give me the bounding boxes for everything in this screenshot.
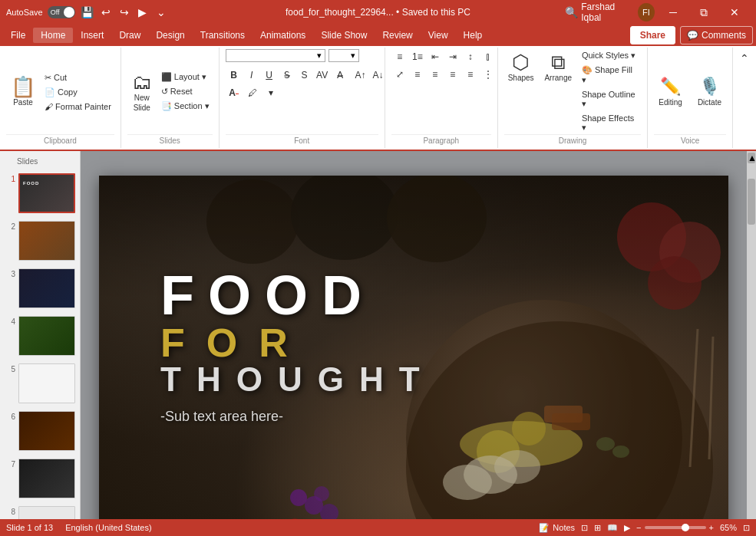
format-painter-button[interactable]: 🖌 Format Painter <box>41 100 114 113</box>
menu-view[interactable]: View <box>421 28 456 43</box>
zoom-in-button[interactable]: + <box>709 523 714 532</box>
drawing-sub: Quick Styles ▾ 🎨 Shape Fill ▾ Shape Outl… <box>579 49 641 134</box>
shapes-button[interactable]: ⬡ Shapes <box>504 49 538 85</box>
right-scrollbar[interactable]: ▲ ▼ <box>747 151 756 536</box>
columns-button[interactable]: ⫿ <box>480 49 497 64</box>
quick-styles-button[interactable]: Quick Styles ▾ <box>579 49 641 62</box>
underline-button[interactable]: U <box>261 67 278 83</box>
font-dropdown-small[interactable]: ▾ <box>262 85 279 100</box>
font-group: ▾ ▾ B I U S̶ S AV A̶ A↑ A↓ <box>220 48 385 148</box>
slide-thumb-1[interactable]: 1 FOOD <box>3 172 77 215</box>
line-spacing-button[interactable]: ↕ <box>462 49 479 64</box>
align-left-button[interactable]: ≡ <box>409 67 426 82</box>
customize-icon[interactable]: ⌄ <box>154 5 169 20</box>
copy-button[interactable]: 📄 Copy <box>41 86 114 99</box>
reset-button[interactable]: ↺ Reset <box>158 85 213 98</box>
svg-point-25 <box>596 437 615 451</box>
autosave-knob <box>64 7 74 18</box>
font-name-dropdown[interactable]: ▾ <box>226 49 325 62</box>
smart-art-button[interactable]: ⋮ <box>480 67 497 82</box>
slide-num-7: 7 <box>5 459 15 469</box>
slide-title-thought: THOUGHT <box>160 363 575 396</box>
editing-button[interactable]: ✏️ Editing <box>654 75 687 108</box>
font-size-inc-button[interactable]: A↑ <box>352 67 369 83</box>
menu-insert[interactable]: Insert <box>73 28 111 43</box>
clear-formatting-button[interactable]: A̶ <box>332 67 348 83</box>
slide-thumb-7[interactable]: 7 <box>3 457 77 500</box>
decrease-indent-button[interactable]: ⇤ <box>427 49 444 64</box>
strikethrough-button[interactable]: S̶ <box>279 67 295 83</box>
center-button[interactable]: ≡ <box>427 67 444 82</box>
slide-thumb-5[interactable]: 5 <box>3 362 77 405</box>
bullets-button[interactable]: ≡ <box>391 49 408 64</box>
paste-button[interactable]: 📋 Paste <box>6 74 40 110</box>
zoom-out-button[interactable]: − <box>636 523 641 532</box>
save-icon[interactable]: 💾 <box>80 5 95 20</box>
share-button[interactable]: Share <box>630 26 675 44</box>
menu-transitions[interactable]: Transitions <box>193 28 253 43</box>
avatar: FI <box>638 3 655 21</box>
view-reading-button[interactable]: 📖 <box>607 523 618 533</box>
menu-home[interactable]: Home <box>33 28 73 43</box>
arrange-button[interactable]: ⧉ Arrange <box>541 49 576 85</box>
menu-draw[interactable]: Draw <box>111 28 148 43</box>
slide-title-for: FOR <box>160 323 575 363</box>
bold-button[interactable]: B <box>226 67 243 83</box>
shape-outline-button[interactable]: Shape Outline ▾ <box>579 88 641 110</box>
italic-button[interactable]: I <box>243 67 260 83</box>
shadow-button[interactable]: S <box>296 67 313 83</box>
text-direction-button[interactable]: ⤢ <box>391 67 408 82</box>
svg-point-1 <box>291 176 398 260</box>
view-slideshow-button[interactable]: ▶ <box>624 523 630 533</box>
fit-slide-button[interactable]: ⊡ <box>743 523 750 533</box>
scrollbar-thumb[interactable] <box>748 179 755 225</box>
minimize-button[interactable]: ─ <box>658 0 688 25</box>
menu-animations[interactable]: Animations <box>253 28 313 43</box>
slide-thumb-3[interactable]: 3 <box>3 267 77 310</box>
font-size-dropdown[interactable]: ▾ <box>328 49 359 62</box>
highlight-button[interactable]: 🖊 <box>244 85 261 100</box>
char-spacing-button[interactable]: AV <box>314 67 331 83</box>
close-button[interactable]: ✕ <box>719 0 750 25</box>
autosave-toggle[interactable]: Off <box>48 6 75 18</box>
align-right-button[interactable]: ≡ <box>444 67 461 82</box>
dictate-button[interactable]: 🎙️ Dictate <box>693 75 726 108</box>
autosave-state: Off <box>51 8 60 16</box>
slide-canvas[interactable]: FOOD FOR THOUGHT -Sub text area here- <box>99 176 728 530</box>
collapse-ribbon-button[interactable]: ⌃ <box>736 51 753 66</box>
search-icon[interactable]: 🔍 <box>564 5 579 20</box>
redo-icon[interactable]: ↪ <box>117 5 132 20</box>
zoom-slider[interactable] <box>645 526 706 529</box>
cut-button[interactable]: ✂ Cut <box>41 71 114 84</box>
layout-button[interactable]: ⬛ Layout ▾ <box>158 71 213 84</box>
notes-button[interactable]: 📝 Notes <box>539 523 575 533</box>
ribbon-content: 📋 Paste ✂ Cut 📄 Copy 🖌 Format Painter Cl… <box>0 46 756 150</box>
svg-point-22 <box>443 465 492 500</box>
menu-review[interactable]: Review <box>375 28 420 43</box>
undo-icon[interactable]: ↩ <box>98 5 114 20</box>
menu-design[interactable]: Design <box>148 28 192 43</box>
slide-thumb-4[interactable]: 4 <box>3 314 77 357</box>
slide-img-3 <box>18 268 75 308</box>
shape-effects-button[interactable]: Shape Effects ▾ <box>579 112 641 134</box>
menu-help[interactable]: Help <box>456 28 490 43</box>
justify-button[interactable]: ≡ <box>462 67 479 82</box>
font-color-button[interactable]: A▬ <box>226 85 243 100</box>
increase-indent-button[interactable]: ⇥ <box>444 49 461 64</box>
scroll-up-button[interactable]: ▲ <box>748 153 755 163</box>
slide-thumb-2[interactable]: 2 <box>3 219 77 262</box>
shape-fill-button[interactable]: 🎨 Shape Fill ▾ <box>579 64 641 87</box>
restore-button[interactable]: ⧉ <box>688 0 719 25</box>
new-slide-button[interactable]: 🗂 New Slide <box>127 69 157 115</box>
view-normal-button[interactable]: ⊡ <box>581 523 588 533</box>
view-slide-sorter-button[interactable]: ⊞ <box>594 523 601 533</box>
slide-thumb-6[interactable]: 6 <box>3 409 77 452</box>
font-size-dec-button[interactable]: A↓ <box>370 67 387 83</box>
slide-img-2 <box>18 221 75 261</box>
comments-button[interactable]: 💬 Comments <box>680 26 753 44</box>
numbering-button[interactable]: 1≡ <box>409 49 426 64</box>
section-button[interactable]: 📑 Section ▾ <box>158 100 213 113</box>
present-icon[interactable]: ▶ <box>135 5 150 20</box>
menu-slideshow[interactable]: Slide Show <box>313 28 375 43</box>
menu-file[interactable]: File <box>3 28 33 43</box>
